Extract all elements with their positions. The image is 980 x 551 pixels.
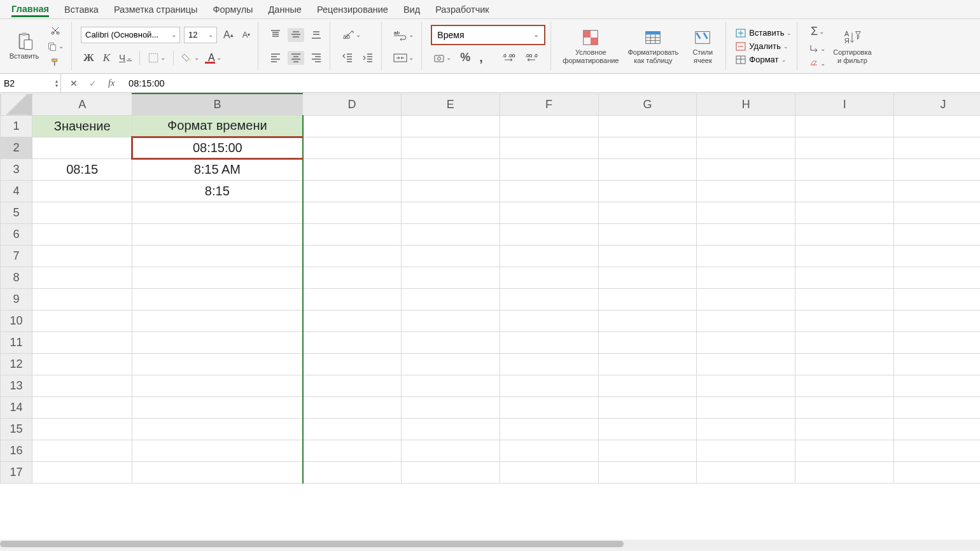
cell-H10[interactable]	[697, 310, 795, 331]
format-cells-button[interactable]: Формат⌄	[735, 55, 792, 65]
cell-I7[interactable]	[795, 245, 894, 267]
col-header-J[interactable]: J	[894, 94, 980, 115]
cell-E17[interactable]	[401, 461, 500, 483]
cell-F17[interactable]	[500, 461, 598, 483]
row-header-6[interactable]: 6	[1, 223, 32, 245]
cell-F12[interactable]	[500, 353, 598, 375]
cell-D6[interactable]	[303, 223, 402, 245]
row-header-17[interactable]: 17	[1, 461, 32, 483]
col-header-F[interactable]: F	[500, 94, 598, 115]
bold-button[interactable]: Ж	[81, 50, 97, 66]
enter-formula-icon[interactable]: ✓	[87, 77, 99, 90]
font-size-select[interactable]: 12	[184, 27, 217, 43]
cell-F9[interactable]	[500, 288, 598, 310]
copy-icon[interactable]	[45, 40, 66, 53]
fx-icon[interactable]: fx	[106, 77, 117, 90]
increase-indent-icon[interactable]	[360, 51, 376, 65]
cell-J17[interactable]	[894, 461, 980, 483]
cell-G5[interactable]	[598, 202, 697, 223]
row-header-11[interactable]: 11	[1, 331, 32, 353]
cell-H3[interactable]	[697, 158, 795, 180]
cell-F7[interactable]	[500, 245, 598, 267]
cell-H12[interactable]	[697, 353, 795, 375]
cell-J6[interactable]	[894, 223, 980, 245]
cell-B1[interactable]: Формат времени	[132, 115, 303, 137]
cell-I15[interactable]	[795, 418, 894, 440]
cell-J16[interactable]	[894, 440, 980, 461]
decrease-decimal-icon[interactable]: .00.0	[522, 51, 542, 65]
cell-I3[interactable]	[795, 158, 894, 180]
cell-B11[interactable]	[132, 331, 303, 353]
cell-A17[interactable]	[32, 461, 132, 483]
col-header-I[interactable]: I	[795, 94, 894, 115]
name-box[interactable]: B2 ▴▾	[0, 74, 61, 92]
row-header-10[interactable]: 10	[1, 310, 32, 331]
font-color-button[interactable]: А	[206, 51, 224, 65]
cell-B10[interactable]	[132, 310, 303, 331]
cell-B7[interactable]	[132, 245, 303, 267]
cell-G8[interactable]	[598, 267, 697, 288]
row-header-8[interactable]: 8	[1, 267, 32, 288]
fill-color-button[interactable]	[179, 51, 202, 65]
wrap-text-button[interactable]: ab	[391, 28, 416, 42]
cell-A3[interactable]: 08:15	[32, 158, 132, 180]
cell-I6[interactable]	[795, 223, 894, 245]
clear-button[interactable]	[806, 57, 828, 69]
tab-home[interactable]: Главная	[11, 1, 49, 17]
cell-G4[interactable]	[598, 180, 697, 202]
cell-A10[interactable]	[32, 310, 132, 331]
name-box-spinner[interactable]: ▴▾	[55, 79, 58, 88]
cell-A11[interactable]	[32, 331, 132, 353]
cell-H16[interactable]	[697, 440, 795, 461]
align-center-icon[interactable]	[288, 51, 304, 65]
cell-J13[interactable]	[894, 375, 980, 396]
orientation-button[interactable]: ab	[339, 27, 363, 43]
cell-E11[interactable]	[401, 331, 500, 353]
cell-G2[interactable]	[598, 137, 697, 158]
cell-A12[interactable]	[32, 353, 132, 375]
row-header-16[interactable]: 16	[1, 440, 32, 461]
col-header-B[interactable]: B	[132, 94, 303, 115]
insert-cells-button[interactable]: Вставить⌄	[735, 28, 792, 38]
cell-A5[interactable]	[32, 202, 132, 223]
cell-I4[interactable]	[795, 180, 894, 202]
row-header-9[interactable]: 9	[1, 288, 32, 310]
cell-D10[interactable]	[303, 310, 402, 331]
cell-J15[interactable]	[894, 418, 980, 440]
cell-I8[interactable]	[795, 267, 894, 288]
row-header-3[interactable]: 3	[1, 158, 32, 180]
cell-G3[interactable]	[598, 158, 697, 180]
cell-F14[interactable]	[500, 396, 598, 418]
tab-review[interactable]: Рецензирование	[317, 2, 388, 17]
row-header-4[interactable]: 4	[1, 180, 32, 202]
cell-H9[interactable]	[697, 288, 795, 310]
cell-A2[interactable]	[32, 137, 132, 158]
cell-B5[interactable]	[132, 202, 303, 223]
cell-B4[interactable]: 8:15	[132, 180, 303, 202]
align-bottom-icon[interactable]	[308, 28, 325, 42]
cell-E8[interactable]	[401, 267, 500, 288]
row-header-1[interactable]: 1	[1, 115, 32, 137]
cell-I13[interactable]	[795, 375, 894, 396]
row-header-13[interactable]: 13	[1, 375, 32, 396]
cell-D8[interactable]	[303, 267, 402, 288]
cell-B3[interactable]: 8:15 AM	[132, 158, 303, 180]
cell-A6[interactable]	[32, 223, 132, 245]
cell-D5[interactable]	[303, 202, 402, 223]
font-name-select[interactable]: Calibri (Основной...	[81, 27, 180, 43]
underline-button[interactable]: Ч	[116, 51, 134, 64]
cell-G14[interactable]	[598, 396, 697, 418]
cancel-formula-icon[interactable]: ✕	[67, 77, 80, 90]
cell-D2[interactable]	[303, 137, 402, 158]
format-painter-icon[interactable]	[45, 56, 66, 69]
horizontal-scrollbar[interactable]	[0, 540, 980, 548]
cell-F11[interactable]	[500, 331, 598, 353]
cell-E1[interactable]	[401, 115, 500, 137]
fill-button[interactable]	[806, 43, 828, 54]
cell-H4[interactable]	[697, 180, 795, 202]
tab-page-layout[interactable]: Разметка страницы	[114, 2, 198, 17]
cell-J5[interactable]	[894, 202, 980, 223]
row-header-2[interactable]: 2	[1, 137, 32, 158]
cell-A9[interactable]	[32, 288, 132, 310]
select-all-corner[interactable]	[1, 94, 32, 115]
